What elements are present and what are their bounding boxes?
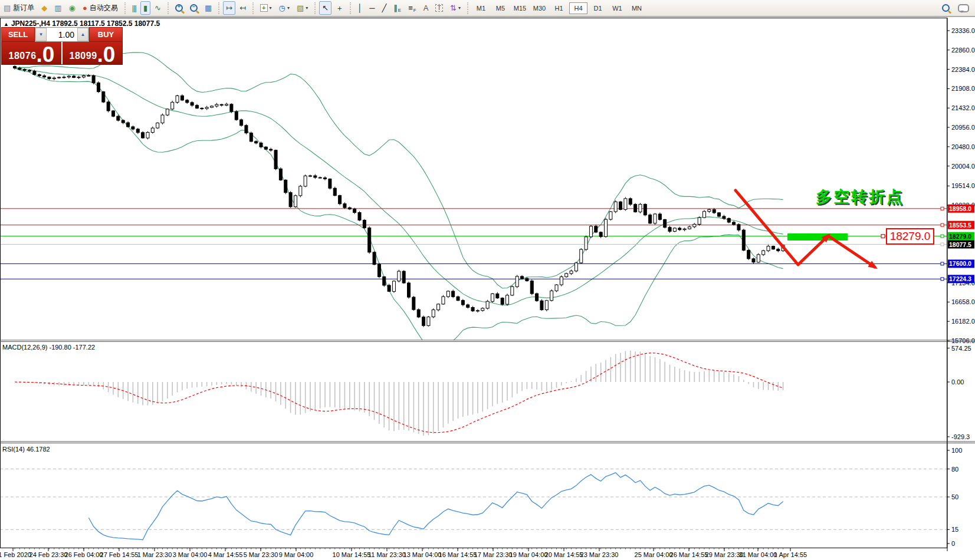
svg-text:0.00: 0.00 (951, 378, 964, 386)
templates-button[interactable]: ▧▾ (294, 1, 311, 15)
rsi-label: RSI(14) 46.1782 (2, 446, 50, 453)
text-label-button-icon: T (435, 4, 443, 12)
toolbar-separator (350, 2, 351, 14)
zoom-in-button[interactable]: + (172, 1, 186, 15)
templates-button-icon: ▧ (297, 4, 304, 12)
toolbar-separator (168, 2, 169, 14)
volume-decrease-button[interactable]: ▼ (35, 28, 47, 41)
crosshair-button[interactable]: ＋ (333, 1, 346, 15)
arrows-button-icon: ⇅ (450, 4, 457, 12)
horizontal-line-button-icon: ─ (369, 4, 375, 12)
svg-text:-929.3: -929.3 (951, 433, 970, 440)
macd-label: MACD(12,26,9) -190.80 -177.22 (2, 344, 95, 351)
svg-text:20956.0: 20956.0 (951, 124, 975, 131)
green-zone-rectangle[interactable] (787, 233, 848, 241)
bull-bear-turning-point-note[interactable]: 多空转折点 (816, 186, 904, 207)
buy-price-frac: .0 (97, 46, 116, 64)
buy-price[interactable]: 18099.0 (63, 42, 122, 64)
dropdown-caret-icon[interactable]: ▾ (287, 5, 290, 11)
fibonacci-button[interactable]: ≡F (405, 1, 419, 15)
indicators-button[interactable]: +▾ (257, 1, 274, 15)
toolbar-right-group (942, 4, 969, 12)
zoom-out-button[interactable]: − (187, 1, 201, 15)
svg-text:19514.0: 19514.0 (951, 182, 975, 189)
timeframe-w1[interactable]: W1 (608, 2, 626, 14)
navigator-icon[interactable]: ◉ (66, 1, 78, 15)
dropdown-caret-icon[interactable]: ▾ (306, 5, 308, 11)
arrows-button[interactable]: ⇅▾ (447, 1, 464, 15)
rsi-pane (0, 469, 947, 540)
svg-text:3 Mar 04:00: 3 Mar 04:00 (173, 551, 208, 558)
timeframe-m30[interactable]: M30 (530, 2, 549, 14)
text-label-button[interactable]: T (432, 1, 446, 15)
vertical-line-button[interactable]: │ (354, 1, 365, 15)
indicators-button-icon: + (260, 4, 267, 12)
toolbar-separator (314, 2, 316, 14)
svg-text:50: 50 (951, 493, 958, 500)
text-button[interactable]: A (421, 1, 432, 15)
data-window-icon[interactable]: ▥ (51, 1, 64, 15)
cursor-button[interactable]: ↖ (319, 1, 331, 15)
autotrading-button-label: 自动交易 (90, 3, 118, 13)
timeframe-m5[interactable]: M5 (491, 2, 510, 14)
autotrading-button[interactable]: ●自动交易 (80, 1, 121, 15)
price-callout-18279[interactable]: 18279.0 (886, 228, 934, 245)
equidistant-channel-button[interactable]: ∥E (390, 1, 404, 15)
dropdown-caret-icon[interactable]: ▾ (458, 5, 461, 11)
svg-text:20 Mar 14:55: 20 Mar 14:55 (545, 551, 583, 558)
timeframe-h1[interactable]: H1 (550, 2, 568, 14)
navigator-icon-icon: ◉ (69, 4, 75, 12)
candlestick-chart-button[interactable]: ▮ (140, 1, 150, 15)
search-icon[interactable] (942, 4, 950, 12)
svg-text:21908.0: 21908.0 (951, 85, 975, 92)
symbol-ohlc-info: ▲JPN225-,H4 17892.5 18117.5 17852.5 1807… (4, 19, 160, 28)
chart-shift-button-icon: ↤ (239, 4, 246, 12)
tile-windows-button[interactable]: ▦ (202, 1, 215, 15)
candlestick-chart-button-icon: ▮ (143, 4, 147, 12)
collapse-icon[interactable]: ▲ (4, 21, 9, 27)
svg-text:20480.0: 20480.0 (951, 143, 975, 150)
new-order-button-icon: ▤ (4, 4, 11, 12)
zoom-out-button-icon: − (190, 4, 198, 12)
new-order-button[interactable]: ▤新订单 (1, 1, 37, 15)
volume-increase-button[interactable]: ▲ (77, 28, 88, 41)
dropdown-caret-icon[interactable]: ▾ (270, 5, 272, 11)
svg-text:26 Feb 04:00: 26 Feb 04:00 (65, 551, 103, 558)
chart-shift-button[interactable]: ↤ (237, 1, 249, 15)
svg-text:10 Mar 14:55: 10 Mar 14:55 (333, 551, 371, 558)
timeframe-h4[interactable]: H4 (569, 2, 587, 14)
crosshair-button-icon: ＋ (336, 4, 343, 12)
timeframe-d1[interactable]: D1 (589, 2, 607, 14)
svg-text:27 Feb 14:55: 27 Feb 14:55 (100, 551, 139, 558)
sell-price[interactable]: 18076.0 (2, 42, 61, 64)
buy-price-int: 18099 (70, 51, 97, 61)
chart-canvas[interactable]: 23336.022860.022384.021908.021432.020956… (0, 0, 975, 560)
timeframe-m15[interactable]: M15 (511, 2, 529, 14)
zoom-in-button-icon: + (175, 4, 183, 12)
horizontal-line-button[interactable]: ─ (366, 1, 377, 15)
bar-chart-button-icon: ||| (132, 4, 136, 12)
bar-chart-button[interactable]: ||| (129, 1, 139, 15)
volume-value[interactable]: 1.00 (47, 30, 77, 39)
svg-text:17600.0: 17600.0 (949, 260, 971, 267)
svg-text:23336.0: 23336.0 (951, 27, 975, 34)
buy-button[interactable]: BUY (89, 27, 123, 42)
chat-icon[interactable] (958, 4, 969, 12)
bollinger-bands (15, 52, 783, 349)
svg-text:18958.0: 18958.0 (949, 205, 971, 212)
svg-text:574.25: 574.25 (951, 345, 971, 352)
auto-scroll-button[interactable]: ↦ (223, 1, 235, 15)
line-chart-button-icon: ∿ (155, 4, 161, 12)
autotrading-button-icon: ● (83, 4, 87, 12)
periods-button[interactable]: ◷▾ (276, 1, 293, 15)
svg-text:20004.0: 20004.0 (951, 163, 975, 170)
line-chart-button[interactable]: ∿ (152, 1, 164, 15)
timeframe-mn[interactable]: MN (628, 2, 646, 14)
toolbar-separator (124, 2, 126, 14)
market-watch-icon[interactable]: ◆ (38, 1, 50, 15)
sell-button[interactable]: SELL (1, 27, 35, 42)
timeframe-m1[interactable]: M1 (472, 2, 490, 14)
trendline-button[interactable]: ╱ (379, 1, 389, 15)
toolbar-separator (218, 2, 219, 14)
price-axis: 23336.022860.022384.021908.021432.020956… (947, 27, 975, 547)
